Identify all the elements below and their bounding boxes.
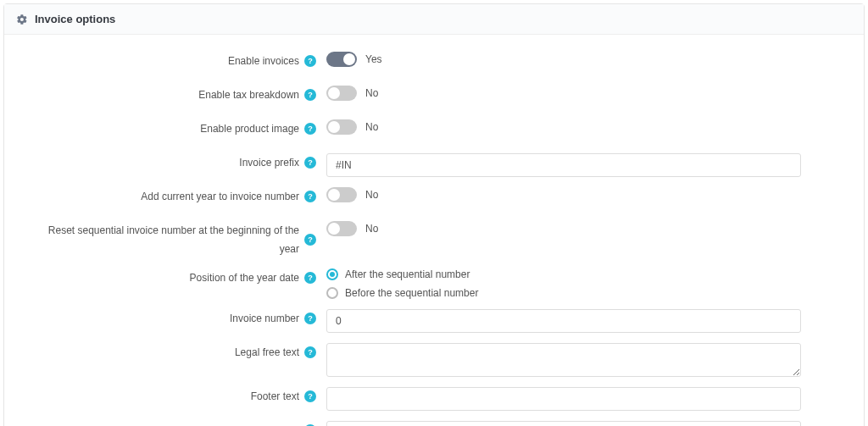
row-enable-product-image: Enable product image ? No bbox=[38, 119, 830, 143]
panel-body: Enable invoices ? Yes Enable tax breakdo… bbox=[4, 35, 864, 426]
label-add-year: Add current year to invoice number ? bbox=[38, 187, 326, 206]
input-invoice-prefix[interactable] bbox=[326, 153, 801, 177]
row-legal-free-text: Legal free text ? bbox=[38, 343, 830, 377]
info-icon[interactable]: ? bbox=[304, 272, 316, 284]
row-footer-text: Footer text ? bbox=[38, 387, 830, 411]
radio-circle-icon bbox=[326, 268, 338, 280]
info-icon[interactable]: ? bbox=[304, 390, 316, 402]
row-position-year: Position of the year date ? After the se… bbox=[38, 268, 830, 299]
row-enable-tax: Enable tax breakdown ? No bbox=[38, 86, 830, 109]
toggle-enable-product-image-text: No bbox=[365, 121, 378, 133]
label-invoice-prefix: Invoice prefix ? bbox=[38, 153, 326, 172]
toggle-enable-invoices[interactable] bbox=[326, 52, 357, 67]
row-enable-invoices: Enable invoices ? Yes bbox=[38, 52, 830, 75]
radio-label-before: Before the sequential number bbox=[345, 287, 478, 299]
invoice-options-panel: Invoice options Enable invoices ? Yes En… bbox=[3, 3, 865, 426]
panel-header: Invoice options bbox=[4, 4, 864, 35]
label-footer-text: Footer text ? bbox=[38, 387, 326, 406]
row-invoice-model: Invoice model ? invoice ▴▾ bbox=[38, 421, 830, 426]
row-invoice-prefix: Invoice prefix ? bbox=[38, 153, 830, 177]
row-reset-seq: Reset sequential invoice number at the b… bbox=[38, 221, 830, 258]
label-enable-tax: Enable tax breakdown ? bbox=[38, 86, 326, 104]
toggle-enable-tax-text: No bbox=[365, 87, 378, 99]
label-position-year: Position of the year date ? bbox=[38, 268, 326, 287]
info-icon[interactable]: ? bbox=[304, 313, 316, 324]
label-invoice-number: Invoice number ? bbox=[38, 309, 326, 328]
label-enable-invoices: Enable invoices ? bbox=[38, 52, 326, 70]
input-invoice-number[interactable] bbox=[326, 309, 801, 333]
label-enable-product-image: Enable product image ? bbox=[38, 119, 326, 138]
radio-circle-icon bbox=[326, 287, 338, 299]
toggle-reset-seq-text: No bbox=[365, 223, 378, 235]
toggle-enable-product-image[interactable] bbox=[326, 119, 357, 135]
info-icon[interactable]: ? bbox=[304, 191, 316, 202]
input-footer-text[interactable] bbox=[326, 387, 801, 411]
info-icon[interactable]: ? bbox=[304, 89, 316, 101]
radio-position-before[interactable]: Before the sequential number bbox=[326, 287, 478, 299]
label-invoice-model: Invoice model ? bbox=[38, 421, 326, 426]
radio-label-after: After the sequential number bbox=[345, 268, 470, 280]
textarea-legal-free-text[interactable] bbox=[326, 343, 801, 377]
info-icon[interactable]: ? bbox=[304, 234, 316, 246]
toggle-reset-seq[interactable] bbox=[326, 221, 357, 236]
gear-icon bbox=[16, 14, 28, 25]
toggle-add-year[interactable] bbox=[326, 187, 357, 202]
toggle-enable-invoices-text: Yes bbox=[365, 53, 382, 65]
radio-position-after[interactable]: After the sequential number bbox=[326, 268, 470, 280]
toggle-add-year-text: No bbox=[365, 189, 378, 201]
panel-title: Invoice options bbox=[35, 13, 115, 25]
info-icon[interactable]: ? bbox=[304, 55, 316, 67]
label-reset-seq: Reset sequential invoice number at the b… bbox=[38, 221, 326, 258]
toggle-enable-tax[interactable] bbox=[326, 86, 357, 101]
select-invoice-model[interactable]: invoice ▴▾ bbox=[326, 421, 801, 426]
info-icon[interactable]: ? bbox=[304, 346, 316, 358]
info-icon[interactable]: ? bbox=[304, 123, 316, 135]
info-icon[interactable]: ? bbox=[304, 157, 316, 169]
label-legal-free-text: Legal free text ? bbox=[38, 343, 326, 362]
row-add-year: Add current year to invoice number ? No bbox=[38, 187, 830, 211]
row-invoice-number: Invoice number ? bbox=[38, 309, 830, 333]
